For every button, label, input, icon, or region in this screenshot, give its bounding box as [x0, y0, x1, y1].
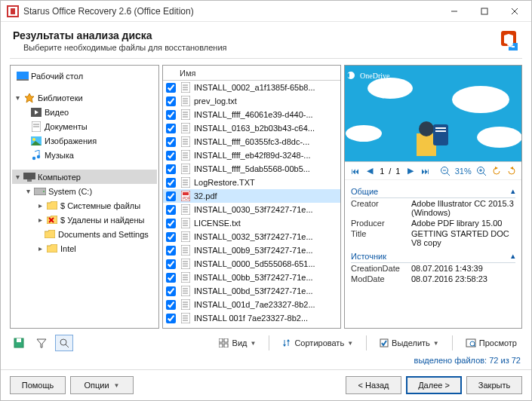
file-checkbox[interactable] [166, 314, 176, 323]
file-row[interactable]: prev_log.txt [163, 94, 340, 108]
file-checkbox[interactable] [166, 259, 176, 269]
chevron-down-icon[interactable]: ▾ [14, 173, 21, 181]
file-checkbox[interactable] [166, 96, 176, 106]
file-checkbox[interactable] [166, 205, 176, 215]
file-row[interactable]: INSTALL_0002_a1f1385f-65b8... [163, 81, 340, 94]
tree-documents[interactable]: Документы [12, 119, 157, 133]
select-dropdown[interactable]: Выделить▼ [374, 335, 444, 351]
chevron-down-icon[interactable]: ▾ [24, 187, 32, 195]
star-icon [23, 92, 35, 104]
tree-images[interactable]: Изображения [12, 133, 157, 148]
file-checkbox[interactable] [166, 137, 176, 147]
file-checkbox[interactable] [166, 124, 176, 133]
zoom-out-button[interactable] [440, 165, 451, 177]
group-general[interactable]: Общие▴ [351, 183, 515, 198]
options-button[interactable]: Опции▼ [70, 376, 134, 394]
tree-computer[interactable]: ▾ Компьютер [12, 170, 157, 184]
tree-system-c[interactable]: ▾ System (C:) [12, 184, 157, 198]
file-row[interactable]: INSTALL_ffff_eb42f89d-3248-... [163, 148, 340, 162]
tree-sysfiles[interactable]: ▸ $ Системные файлы [12, 198, 157, 213]
column-name[interactable]: Имя [163, 66, 340, 81]
next-button[interactable]: Далее > [406, 376, 462, 394]
filter-button[interactable] [32, 335, 51, 351]
chevron-right-icon[interactable]: ▸ [36, 216, 44, 224]
first-page-button[interactable]: ⏮ [349, 165, 360, 177]
file-row[interactable]: INSTALL_ffff_60355fc3-d8dc-... [163, 135, 340, 148]
rotate-right-button[interactable] [506, 165, 517, 177]
tree-video[interactable]: Видео [12, 105, 157, 119]
file-checkbox[interactable] [166, 246, 176, 256]
help-button[interactable]: Помощь [10, 376, 66, 394]
cancel-button[interactable]: Закрыть [466, 376, 522, 394]
maximize-button[interactable] [469, 1, 500, 22]
file-row[interactable]: INSTALL_ffff_5dab5568-00b5... [163, 162, 340, 176]
file-checkbox[interactable] [166, 286, 176, 296]
text-file-icon [180, 136, 192, 148]
file-checkbox[interactable] [166, 191, 176, 201]
svg-rect-10 [17, 72, 29, 79]
tree-music[interactable]: Музыка [12, 148, 157, 162]
file-row[interactable]: INSTALL 001f 7ae23327-8b2... [163, 311, 340, 325]
preview-thumbnail: OneDrive [345, 66, 521, 162]
view-dropdown[interactable]: Вид▼ [214, 335, 262, 351]
text-file-icon [180, 176, 192, 188]
file-row[interactable]: INSTALL_001d_7ae23327-8b2... [163, 298, 340, 311]
file-row[interactable]: INSTALL_0000_5d555068-651... [163, 257, 340, 271]
file-checkbox[interactable] [166, 110, 176, 120]
file-checkbox[interactable] [166, 273, 176, 283]
rotate-left-button[interactable] [491, 165, 502, 177]
last-page-button[interactable]: ⏭ [420, 165, 431, 177]
prev-page-button[interactable]: ◀ [364, 165, 375, 177]
file-checkbox[interactable] [166, 164, 176, 174]
next-page-button[interactable]: ▶ [404, 165, 415, 177]
chevron-down-icon[interactable]: ▾ [14, 93, 21, 102]
back-button[interactable]: < Назад [346, 376, 401, 394]
bottom-buttons: Помощь Опции▼ < Назад Далее > Закрыть [1, 369, 531, 400]
file-name: INSTALL_00b9_53f72427-71e... [194, 246, 313, 255]
file-checkbox[interactable] [166, 300, 176, 310]
collapse-icon[interactable]: ▴ [511, 186, 515, 196]
close-button[interactable] [500, 1, 530, 22]
file-row[interactable]: INSTALL_ffff_46061e39-d440-... [163, 108, 340, 121]
save-button[interactable] [10, 335, 28, 351]
tree-docs-settings[interactable]: Documents and Settings [12, 227, 157, 241]
file-row[interactable]: INSTALL_00bb_53f72427-71e... [163, 271, 340, 284]
window-title: Starus Office Recovery 2.6 (Office Editi… [23, 6, 439, 17]
text-file-icon [180, 285, 192, 297]
file-row[interactable]: PDF32.pdf [163, 189, 340, 203]
file-row[interactable]: LICENSE.txt [163, 216, 340, 230]
file-list[interactable]: Имя INSTALL_0002_a1f1385f-65b8...prev_lo… [162, 65, 341, 329]
preview-button[interactable]: Просмотр [460, 335, 522, 351]
file-row[interactable]: INSTALL_0163_b2b03b43-c64... [163, 121, 340, 135]
folder-tree[interactable]: Рабочий стол ▾ Библиотеки Видео Документ… [10, 65, 159, 329]
search-button[interactable] [55, 335, 73, 351]
svg-rect-23 [23, 173, 35, 179]
file-checkbox[interactable] [166, 178, 176, 188]
tree-deleted[interactable]: ▸ $ Удалены и найдены [12, 213, 157, 227]
file-row[interactable]: INSTALL_00bd_53f72427-71e... [163, 284, 340, 298]
minimize-button[interactable] [439, 1, 469, 22]
text-file-icon [180, 109, 192, 121]
chevron-right-icon[interactable]: ▸ [36, 244, 44, 253]
file-checkbox[interactable] [166, 83, 176, 93]
file-checkbox[interactable] [166, 232, 176, 242]
svg-text:OneDrive: OneDrive [360, 72, 390, 80]
collapse-icon[interactable]: ▴ [511, 251, 515, 261]
text-file-icon [180, 271, 192, 283]
tree-intel[interactable]: ▸ Intel [12, 241, 157, 256]
sort-dropdown[interactable]: Сортировать▼ [277, 335, 358, 351]
tree-libraries[interactable]: ▾ Библиотеки [12, 90, 157, 105]
file-name: INSTALL_0000_5d555068-651... [194, 259, 315, 268]
file-name: INSTALL_00bb_53f72427-71e... [194, 273, 313, 282]
office-recovery-icon [498, 29, 519, 51]
file-checkbox[interactable] [166, 219, 176, 228]
file-row[interactable]: INSTALL_00b9_53f72427-71e... [163, 243, 340, 257]
file-row[interactable]: LogRestore.TXT [163, 176, 340, 189]
tree-desktop[interactable]: Рабочий стол [12, 69, 157, 83]
file-checkbox[interactable] [166, 151, 176, 161]
group-source[interactable]: Источник▴ [351, 248, 515, 263]
zoom-in-button[interactable] [476, 165, 487, 177]
file-row[interactable]: INSTALL_0030_53f72427-71e... [163, 203, 340, 216]
chevron-right-icon[interactable]: ▸ [36, 201, 44, 210]
file-row[interactable]: INSTALL_0032_53f72427-71e... [163, 230, 340, 243]
